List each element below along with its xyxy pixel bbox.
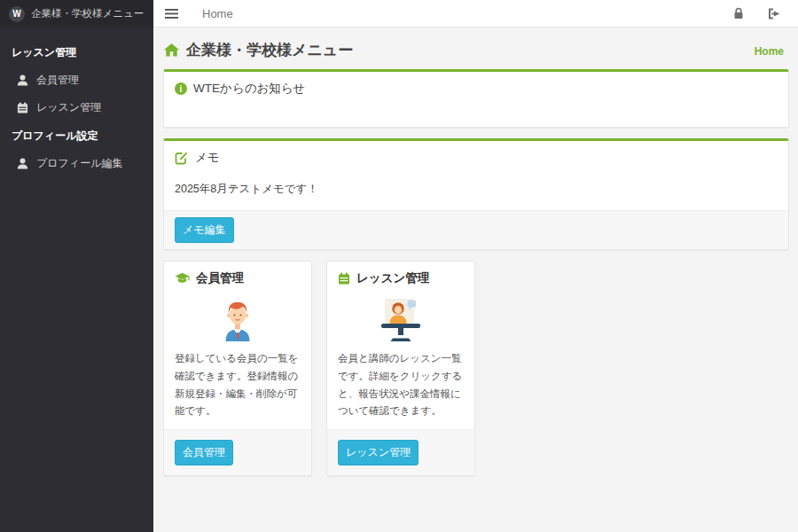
content-area: 企業様・学校様メニュー Home i WTEからのお知らせ xyxy=(153,27,798,532)
nav-home-link[interactable]: Home xyxy=(190,7,246,20)
content-body: i WTEからのお知らせ メモ 2025年8月テストメモです！ メモ編集 xyxy=(153,69,798,476)
info-icon: i xyxy=(175,82,187,95)
memo-edit-button[interactable]: メモ編集 xyxy=(175,217,234,243)
brand-link[interactable]: W 企業様・学校様メニュー xyxy=(0,0,153,27)
lesson-management-button[interactable]: レッスン管理 xyxy=(338,440,419,466)
lesson-card-title: レッスン管理 xyxy=(356,270,429,286)
memo-card-title: メモ xyxy=(195,150,220,166)
sidebar-item-lesson-management[interactable]: レッスン管理 xyxy=(0,94,153,121)
home-icon xyxy=(164,43,179,57)
brand-title: 企業様・学校様メニュー xyxy=(31,7,144,20)
sidebar-item-profile-edit[interactable]: プロフィール編集 xyxy=(0,150,153,177)
memo-card: メモ 2025年8月テストメモです！ メモ編集 xyxy=(163,138,789,250)
member-card-title: 会員管理 xyxy=(196,270,244,286)
calendar-icon xyxy=(338,272,350,285)
navbar-right xyxy=(726,3,798,24)
lesson-card-header: レッスン管理 xyxy=(327,262,474,290)
user-icon xyxy=(17,158,28,169)
content-header: 企業様・学校様メニュー Home xyxy=(153,27,798,69)
graduation-cap-icon xyxy=(175,272,190,285)
notice-card-body xyxy=(164,104,788,127)
sidebar: W 企業様・学校様メニュー レッスン管理 会員管理 xyxy=(0,0,153,532)
sidebar-item-label: 会員管理 xyxy=(36,73,79,88)
page-title: 企業様・学校様メニュー xyxy=(164,40,353,60)
sidebar-section-profile-settings: プロフィール設定 xyxy=(0,121,153,150)
top-navbar: Home xyxy=(153,0,798,27)
calendar-icon xyxy=(17,102,28,113)
lesson-management-card: レッスン管理 会員と講師の xyxy=(326,261,475,476)
lesson-card-description: 会員と講師のレッスン一覧です。詳細をクリックすると、報告状況や課金情報について確… xyxy=(327,347,474,429)
lesson-card-footer: レッスン管理 xyxy=(327,429,474,475)
sign-out-icon[interactable] xyxy=(760,4,787,24)
sidebar-section-lesson-management: レッスン管理 xyxy=(0,38,153,66)
member-card-footer: 会員管理 xyxy=(164,429,311,475)
memo-card-footer: メモ編集 xyxy=(164,210,788,249)
member-management-button[interactable]: 会員管理 xyxy=(175,440,233,466)
member-card-header: 会員管理 xyxy=(164,262,311,290)
feature-cards-row: 会員管理 xyxy=(163,261,789,476)
brand-logo-icon: W xyxy=(9,6,25,22)
notice-card-title: WTEからのお知らせ xyxy=(193,81,305,97)
edit-pencil-icon xyxy=(175,151,189,165)
sidebar-toggle-button[interactable] xyxy=(153,1,190,27)
breadcrumb: Home xyxy=(755,43,784,59)
sidebar-menu: レッスン管理 会員管理 レッスン管理 プ xyxy=(0,27,153,177)
notice-card-header: i WTEからのお知らせ xyxy=(164,72,788,104)
memo-card-body: 2025年8月テストメモです！ xyxy=(164,173,788,210)
lock-icon[interactable] xyxy=(726,3,751,24)
member-avatar-illustration xyxy=(164,290,311,347)
breadcrumb-home-link[interactable]: Home xyxy=(755,45,784,58)
memo-card-header: メモ xyxy=(164,141,788,173)
member-management-card: 会員管理 xyxy=(163,261,312,476)
sidebar-item-member-management[interactable]: 会員管理 xyxy=(0,66,153,94)
user-icon xyxy=(17,74,28,86)
sidebar-item-label: プロフィール編集 xyxy=(36,156,122,171)
sidebar-item-label: レッスン管理 xyxy=(36,100,101,115)
lesson-monitor-illustration xyxy=(327,290,474,347)
notice-card: i WTEからのお知らせ xyxy=(163,69,789,128)
member-card-description: 登録している会員の一覧を確認できます。登録情報の新規登録・編集・削除が可能です。 xyxy=(164,347,311,429)
page-title-text: 企業様・学校様メニュー xyxy=(186,40,353,60)
